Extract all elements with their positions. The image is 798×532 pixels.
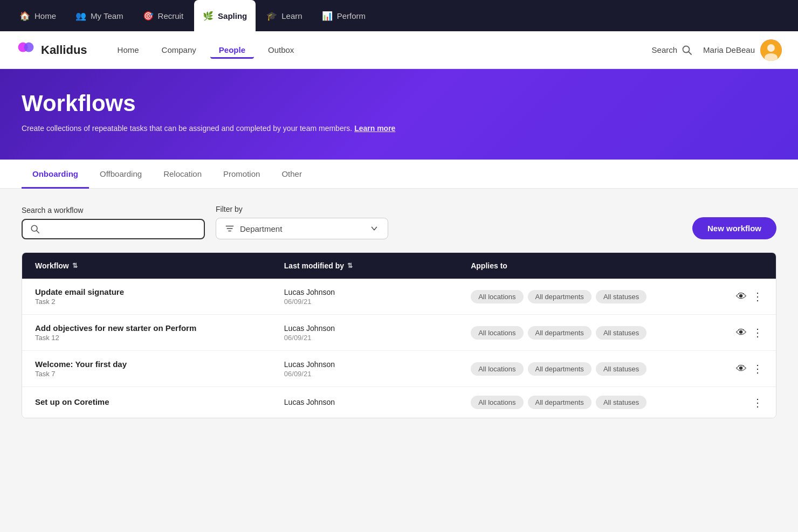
modifier-info: Lucas Johnson 06/09/21 [284, 288, 471, 306]
nav-home[interactable]: 🏠 Home [11, 0, 65, 31]
search-input-wrapper[interactable] [22, 219, 205, 239]
secondary-nav-links: Home Company People Outbox [109, 41, 652, 59]
secondary-nav-company[interactable]: Company [153, 41, 205, 59]
nav-learn-label: Learn [281, 11, 302, 20]
avatar [760, 39, 782, 61]
recruit-icon: 🎯 [143, 11, 154, 21]
workflows-table: Workflow ⇅ Last modified by ⇅ Applies to… [22, 252, 776, 418]
filter-by-group: Filter by Department [216, 205, 388, 239]
secondary-nav-outbox[interactable]: Outbox [259, 41, 302, 59]
tags-area: All locations All departments All status… [471, 362, 720, 376]
col-applies-to: Applies to [471, 261, 720, 270]
col-workflow-label: Workflow [35, 261, 69, 270]
modifier-date: 06/09/21 [284, 298, 471, 306]
workflow-info: Welcome: Your first day Task 7 [35, 360, 284, 378]
nav-myteam[interactable]: 👥 My Team [67, 0, 132, 31]
workflow-info: Update email signature Task 2 [35, 287, 284, 306]
nav-myteam-label: My Team [91, 11, 123, 20]
tags-area: All locations All departments All status… [471, 290, 720, 303]
workflow-name: Welcome: Your first day [35, 360, 284, 369]
modifier-date: 06/09/21 [284, 370, 471, 378]
tags-area: All locations All departments All status… [471, 326, 720, 340]
modifier-info: Lucas Johnson [284, 398, 471, 407]
search-area[interactable]: Search [652, 45, 693, 56]
row-actions: 👁 ⋮ [720, 290, 763, 303]
col-last-modified[interactable]: Last modified by ⇅ [284, 261, 471, 270]
perform-icon: 📊 [322, 11, 333, 21]
more-button[interactable]: ⋮ [752, 326, 763, 339]
sapling-icon: 🌿 [203, 11, 214, 21]
learn-icon: 🎓 [266, 11, 277, 21]
nav-recruit-label: Recruit [158, 11, 184, 20]
nav-learn[interactable]: 🎓 Learn [258, 0, 311, 31]
tab-offboarding[interactable]: Offboarding [89, 160, 153, 189]
tag-statuses: All statuses [596, 396, 646, 409]
tab-onboarding[interactable]: Onboarding [22, 160, 89, 189]
table-row: Update email signature Task 2 Lucas John… [22, 279, 776, 315]
sort-workflow-icon: ⇅ [72, 262, 78, 270]
modifier-name: Lucas Johnson [284, 360, 471, 369]
search-group: Search a workflow [22, 206, 205, 239]
page-title: Workflows [22, 91, 776, 116]
tab-promotion[interactable]: Promotion [212, 160, 271, 189]
secondary-navigation: Kallidus Home Company People Outbox Sear… [0, 31, 798, 69]
user-area[interactable]: Maria DeBeau [703, 39, 782, 61]
more-button[interactable]: ⋮ [752, 362, 763, 375]
workflow-tasks: Task 12 [35, 334, 284, 342]
active-triangle [219, 31, 230, 37]
tab-relocation[interactable]: Relocation [153, 160, 212, 189]
svg-point-1 [24, 42, 33, 52]
workflow-tasks: Task 2 [35, 298, 284, 306]
secondary-nav-home[interactable]: Home [109, 41, 148, 59]
modifier-name: Lucas Johnson [284, 324, 471, 333]
search-label: Search [652, 45, 678, 54]
main-content: Search a workflow Filter by Department [0, 189, 798, 434]
filter-row: Search a workflow Filter by Department [22, 205, 776, 239]
myteam-icon: 👥 [75, 11, 86, 21]
kallidus-logo [16, 40, 36, 60]
logo-link[interactable]: Kallidus [16, 40, 87, 60]
nav-recruit[interactable]: 🎯 Recruit [134, 0, 192, 31]
logo-text: Kallidus [41, 43, 87, 57]
svg-line-8 [37, 231, 39, 233]
search-icon [30, 224, 40, 234]
workflow-tabs: Onboarding Offboarding Relocation Promot… [0, 160, 798, 189]
nav-right: Search Maria DeBeau [652, 39, 782, 61]
row-actions: 👁 ⋮ [720, 362, 763, 375]
search-a-workflow-label: Search a workflow [22, 206, 205, 215]
nav-perform[interactable]: 📊 Perform [313, 0, 374, 31]
col-actions [720, 261, 763, 270]
col-workflow[interactable]: Workflow ⇅ [35, 261, 284, 270]
tags-area: All locations All departments All status… [471, 396, 720, 409]
view-button[interactable]: 👁 [736, 363, 747, 375]
home-icon: 🏠 [19, 11, 30, 21]
workflow-info: Add objectives for new starter on Perfor… [35, 323, 284, 342]
department-dropdown[interactable]: Department [216, 218, 388, 239]
row-actions: 👁 ⋮ [720, 326, 763, 339]
filter-icon [225, 224, 235, 233]
modifier-info: Lucas Johnson 06/09/21 [284, 360, 471, 378]
workflow-name: Update email signature [35, 287, 284, 296]
more-button[interactable]: ⋮ [752, 396, 763, 409]
sort-modified-icon: ⇅ [347, 262, 353, 270]
view-button[interactable]: 👁 [736, 327, 747, 339]
more-button[interactable]: ⋮ [752, 290, 763, 303]
workflow-tasks: Task 7 [35, 370, 284, 378]
tag-departments: All departments [528, 362, 591, 376]
nav-sapling[interactable]: 🌿 Sapling [194, 0, 256, 31]
tag-locations: All locations [471, 396, 523, 409]
tag-departments: All departments [528, 326, 591, 340]
tag-statuses: All statuses [596, 326, 646, 340]
filter-by-label: Filter by [216, 205, 388, 213]
secondary-nav-people[interactable]: People [210, 41, 254, 59]
search-icon [682, 45, 692, 56]
nav-sapling-label: Sapling [218, 11, 247, 20]
workflow-info: Set up on Coretime [35, 397, 284, 407]
chevron-down-icon [369, 224, 379, 233]
new-workflow-button[interactable]: New workflow [692, 217, 776, 239]
view-button[interactable]: 👁 [736, 291, 747, 303]
search-input[interactable] [44, 225, 196, 234]
tab-other[interactable]: Other [271, 160, 313, 189]
tag-statuses: All statuses [596, 362, 646, 376]
learn-more-link[interactable]: Learn more [354, 124, 395, 133]
